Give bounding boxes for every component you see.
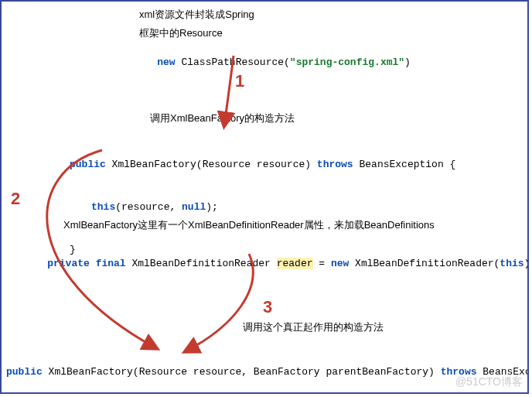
- kw-private: private: [47, 258, 90, 269]
- kw-this2: this: [500, 258, 523, 269]
- code-block-3: private final XmlBeanDefinitionReader re…: [23, 243, 529, 286]
- code-block-1: new ClassPathResource("spring-config.xml…: [133, 42, 411, 84]
- c3-eq: =: [313, 258, 331, 269]
- c2-line1: public XmlBeanFactory(Resource resource)…: [70, 158, 455, 172]
- code1-cls: ClassPathResource(: [176, 56, 290, 68]
- c4-line1: public XmlBeanFactory(Resource resource,…: [6, 365, 529, 379]
- kw-throws: throws: [317, 159, 353, 170]
- step-number-3: 3: [263, 296, 272, 320]
- kw-public2: public: [6, 366, 43, 378]
- comment-2: 调用XmlBeanFactory的构造方法: [150, 111, 295, 125]
- c3-end: );: [524, 258, 529, 269]
- code-block-4: public XmlBeanFactory(Resource resource,…: [6, 337, 529, 394]
- c2-l1-mid: XmlBeanFactory(Resource resource): [106, 159, 317, 170]
- kw-public: public: [70, 159, 106, 170]
- kw-new: new: [157, 56, 175, 68]
- kw-final: final: [90, 258, 126, 269]
- c3-mid2: XmlBeanDefinitionReader(: [349, 258, 500, 269]
- code1-str: "spring-config.xml": [290, 56, 404, 68]
- kw-new2: new: [331, 258, 349, 269]
- c2-l2-end: );: [206, 201, 218, 213]
- c2-line2: this(resource, null);: [70, 200, 455, 214]
- comment-1-line1: xml资源文件封装成Spring: [139, 8, 254, 22]
- c2-l1-end: BeansException {: [353, 159, 456, 170]
- comment-1-line2: 框架中的Resource: [139, 26, 223, 40]
- code1-end: ): [404, 56, 411, 68]
- diagram-frame: xml资源文件封装成Spring 框架中的Resource new ClassP…: [0, 0, 529, 394]
- c3-mid1: XmlBeanDefinitionReader: [126, 258, 277, 269]
- c2-l2-mid: (resource,: [115, 201, 182, 213]
- kw-this: this: [91, 201, 115, 213]
- watermark: @51CTO博客: [455, 375, 523, 389]
- c3-reader-hl: reader: [277, 258, 313, 269]
- c4-l1-mid: XmlBeanFactory(Resource resource, BeanFa…: [43, 366, 441, 378]
- step-number-2: 2: [11, 187, 20, 211]
- step-number-1: 1: [235, 70, 244, 94]
- comment-3: XmlBeanFactory这里有一个XmlBeanDefinitionRead…: [63, 218, 435, 232]
- kw-null: null: [182, 201, 206, 213]
- comment-4: 调用这个真正起作用的构造方法: [243, 320, 384, 334]
